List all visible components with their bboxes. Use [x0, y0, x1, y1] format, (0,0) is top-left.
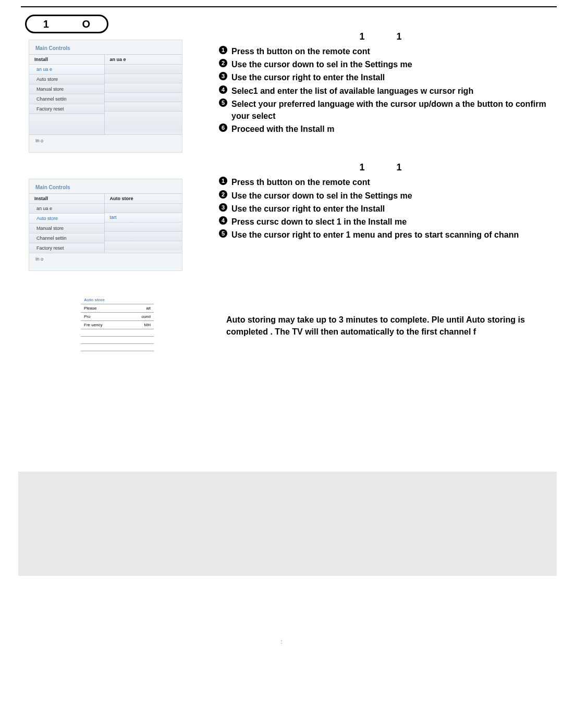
step-text: Use the cursor down to sel in the Settin…	[231, 191, 412, 200]
autostore-note: Auto storing may take up to 3 minutes to…	[219, 314, 557, 338]
gray-panel	[18, 472, 557, 576]
step-text: Use the cursor right to enter the Instal…	[231, 204, 385, 213]
panel-header: Main Controls	[29, 43, 182, 54]
panel-path-left: Install	[29, 194, 104, 203]
right-line	[105, 203, 182, 213]
step-text: Select your preferred language with the …	[231, 100, 546, 120]
menu-item-language: an ua e	[29, 64, 104, 74]
steps-list-2: 1Press th button on the remote cont 2Use…	[219, 176, 557, 241]
step-number-icon: 1	[219, 177, 227, 185]
step-item: 2Use the cursor down to sel in the Setti…	[219, 190, 557, 202]
section-badge: 1 O	[25, 15, 108, 33]
step-number-icon: 3	[219, 72, 227, 80]
section-title-2: 1 1	[219, 162, 557, 173]
step-number-icon: 3	[219, 203, 227, 212]
mini-header: Auto store	[81, 296, 154, 304]
menu-item-manualstore: Manual store	[29, 223, 104, 233]
menu-item-channelsetting: Channel settin	[29, 94, 104, 104]
step-text: Use the cursor right to enter 1 menu and…	[231, 230, 519, 239]
step-item: 5Select your preferred language with the…	[219, 98, 557, 122]
step-text: Press th button on the remote cont	[231, 47, 370, 56]
menu-item-blank	[29, 114, 104, 134]
osd-panel-language: Main Controls Install an ua e an ua e Au…	[29, 40, 182, 153]
panel-path-right: Auto store	[104, 194, 182, 203]
mini-row-r: ait	[146, 306, 151, 311]
step-number-icon: 4	[219, 85, 227, 94]
step-text: Proceed with the Install m	[231, 125, 334, 133]
badge-right: O	[82, 18, 91, 30]
right-line	[105, 111, 182, 132]
step-item: 1Press th button on the remote cont	[219, 45, 557, 57]
step-item: 2Use the cursor down to sel in the Setti…	[219, 58, 557, 70]
step-item: 4Selec1 and enter the list of available …	[219, 85, 557, 97]
panel-info: In o	[29, 253, 182, 270]
panel-header: Main Controls	[29, 182, 182, 193]
section-title-1: 1 1	[219, 31, 557, 42]
mini-row-wait: Please ait	[81, 304, 154, 312]
step-number-icon: 6	[219, 124, 227, 132]
right-line	[105, 92, 182, 102]
mini-row-l: Pro	[84, 314, 90, 319]
step-text: Selec1 and enter the list of available l…	[231, 87, 473, 95]
step-item: 6Proceed with the Install m	[219, 123, 557, 135]
mini-row-l: Please	[84, 306, 96, 311]
menu-item-factoryreset: Factory reset	[29, 104, 104, 114]
page-number: :	[0, 638, 563, 645]
step-number-icon: 2	[219, 190, 227, 199]
menu-item-autostore: Auto store	[29, 74, 104, 84]
instructions-column: 1 1 1Press th button on the remote cont …	[219, 31, 557, 338]
right-line	[105, 64, 182, 73]
right-line	[105, 73, 182, 83]
menu-item-factoryreset: Factory reset	[29, 243, 104, 253]
menu-item-manualstore: Manual store	[29, 84, 104, 94]
step-item: 3Use the cursor right to enter the Insta…	[219, 203, 557, 215]
step-number-icon: 2	[219, 59, 227, 67]
figures-column: Main Controls Install an ua e an ua e Au…	[29, 40, 182, 351]
step-text: Use the cursor right to enter the Instal…	[231, 73, 385, 82]
step-text: Press cursc down to slect 1 in the Insta…	[231, 217, 407, 226]
step-text: Use the cursor down to sel in the Settin…	[231, 60, 412, 69]
step-number-icon: 1	[219, 46, 227, 54]
step-item: 4Press cursc down to slect 1 in the Inst…	[219, 216, 557, 228]
menu-item-autostore: Auto store	[29, 213, 104, 223]
step-number-icon: 5	[219, 229, 227, 238]
step-text: Press th button on the remote cont	[231, 178, 370, 187]
mini-row-freq: Fre uency MH	[81, 320, 154, 329]
mini-blank	[81, 329, 154, 336]
step-item: 3Use the cursor right to enter the Insta…	[219, 71, 557, 83]
mini-row-l: Fre uency	[84, 323, 103, 327]
autostore-progress-panel: Auto store Please ait Pro ound Fre uency…	[81, 296, 154, 351]
right-line-start: tart	[105, 213, 182, 222]
osd-panel-autostore: Main Controls Install Auto store an ua e…	[29, 179, 182, 271]
step-item: 1Press th button on the remote cont	[219, 176, 557, 188]
top-rule	[21, 6, 557, 7]
right-line	[105, 83, 182, 92]
steps-list-1: 1Press th button on the remote cont 2Use…	[219, 45, 557, 135]
mini-blank	[81, 336, 154, 343]
right-line	[105, 241, 182, 250]
panel-info: In o	[29, 134, 182, 152]
step-item: 5Use the cursor right to enter 1 menu an…	[219, 229, 557, 241]
step-number-icon: 5	[219, 98, 227, 107]
menu-item-channelsetting: Channel settin	[29, 233, 104, 243]
mini-blank	[81, 343, 154, 351]
panel-path-right: an ua e	[104, 55, 182, 64]
mini-row-r: ound	[141, 314, 151, 319]
mini-row-r: MH	[144, 323, 151, 327]
menu-item-language: an ua e	[29, 203, 104, 213]
right-line	[105, 102, 182, 111]
right-line	[105, 222, 182, 231]
step-number-icon: 4	[219, 216, 227, 225]
mini-row-found: Pro ound	[81, 312, 154, 320]
badge-left: 1	[43, 18, 49, 30]
panel-path-left: Install	[29, 55, 104, 64]
right-line	[105, 231, 182, 241]
